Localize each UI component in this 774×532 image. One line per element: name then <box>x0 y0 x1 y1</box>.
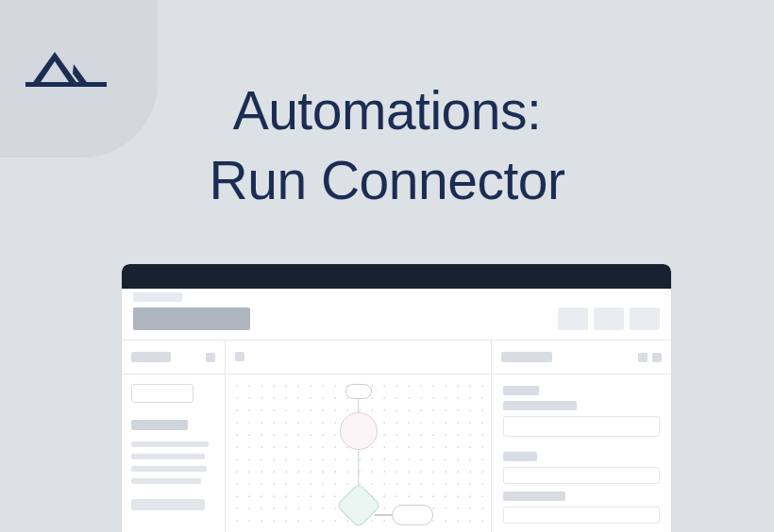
list-item <box>131 478 201 484</box>
right-panel-header <box>492 341 671 374</box>
field-group <box>503 452 660 524</box>
mountain-icon <box>25 47 107 87</box>
field-label <box>503 386 539 395</box>
right-panel <box>492 341 671 532</box>
left-panel-pill[interactable] <box>131 384 194 403</box>
collapse-icon[interactable] <box>206 353 215 362</box>
page-heading-placeholder <box>133 308 250 330</box>
app-window-mock <box>122 264 671 532</box>
right-panel-body <box>492 374 671 532</box>
corner-badge <box>0 0 158 158</box>
diamond-node[interactable] <box>335 483 380 528</box>
left-section-title <box>131 420 188 430</box>
canvas-header-icon <box>235 352 244 361</box>
left-footer-block <box>131 499 205 510</box>
panel-icon[interactable] <box>652 353 662 362</box>
app-titlebar <box>122 264 671 289</box>
connector-line <box>358 399 360 412</box>
canvas-header <box>226 341 491 374</box>
toolbar-button[interactable] <box>558 308 588 330</box>
start-node[interactable] <box>345 384 372 399</box>
list-item <box>131 454 205 459</box>
title-line-2: Run Connector <box>210 150 565 210</box>
field-sublabel <box>503 491 565 501</box>
circle-node[interactable] <box>340 412 378 450</box>
app-body <box>122 340 671 532</box>
toolbar-button[interactable] <box>594 308 624 330</box>
breadcrumb <box>133 292 182 302</box>
connector-line <box>375 514 394 516</box>
list-item <box>131 466 207 472</box>
left-panel-header <box>122 341 225 374</box>
left-panel-body <box>122 374 225 520</box>
canvas-area[interactable] <box>226 374 491 532</box>
app-toolbar <box>122 289 671 340</box>
right-panel-header-label <box>501 352 552 362</box>
page-title: Automations: Run Connector <box>210 75 565 215</box>
toolbar-buttons <box>558 308 660 330</box>
title-line-1: Automations: <box>233 80 542 141</box>
field-input[interactable] <box>503 507 660 524</box>
canvas[interactable] <box>226 341 492 532</box>
field-input[interactable] <box>503 467 660 484</box>
left-panel <box>122 341 226 532</box>
field-sublabel <box>503 401 577 410</box>
list-item <box>131 441 209 447</box>
side-node[interactable] <box>392 505 433 525</box>
field-input[interactable] <box>503 416 660 437</box>
field-label <box>503 452 537 461</box>
field-group <box>503 386 660 437</box>
left-panel-header-label <box>131 352 171 362</box>
right-header-icons <box>638 353 662 362</box>
panel-icon[interactable] <box>638 353 648 362</box>
toolbar-button[interactable] <box>630 308 660 330</box>
svg-rect-0 <box>25 82 107 87</box>
